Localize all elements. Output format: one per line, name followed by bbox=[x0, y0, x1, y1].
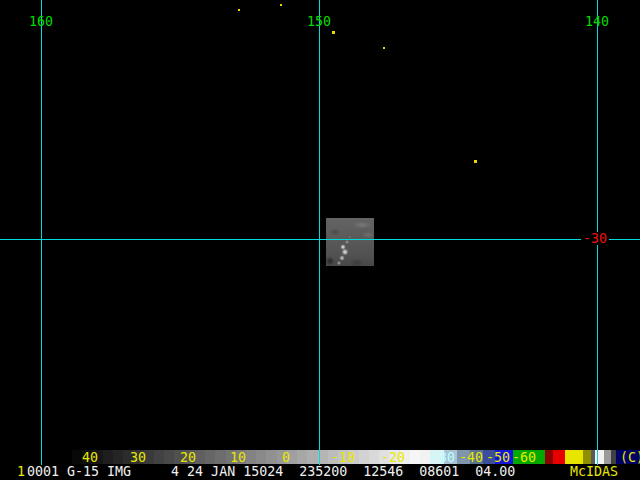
hotspot-pixel bbox=[474, 160, 477, 163]
colorbar-color-segment bbox=[553, 450, 565, 464]
colorbar-temp-label: -50 bbox=[486, 451, 510, 464]
colorbar-color-segment bbox=[420, 450, 430, 464]
hotspot-pixel bbox=[383, 47, 385, 49]
colorbar-color-segment bbox=[604, 450, 611, 464]
colorbar-temp-label: -60 bbox=[512, 451, 536, 464]
colorbar-temp-label: 40 bbox=[82, 451, 98, 464]
colorbar-temp-label: 10 bbox=[230, 451, 246, 464]
colorbar-gray-step bbox=[164, 450, 175, 464]
colorbar-gray-step bbox=[195, 450, 206, 464]
colorbar-gray-step bbox=[215, 450, 226, 464]
colorbar-gray-step bbox=[359, 450, 370, 464]
colorbar-temp-label: -20 bbox=[381, 451, 405, 464]
hotspot-pixel bbox=[238, 9, 240, 11]
longitude-gridline bbox=[41, 0, 42, 465]
hotspot-pixel bbox=[332, 31, 335, 34]
frame-number: 1 bbox=[17, 465, 25, 478]
copyright-label: (C) bbox=[620, 451, 640, 464]
colorbar-gray-step bbox=[154, 450, 165, 464]
satellite-image-display[interactable] bbox=[0, 0, 640, 450]
colorbar-gray-step bbox=[266, 450, 277, 464]
mcidas-screen: 403020100-10-20-30-40-50-60(C) 1 0001 G-… bbox=[0, 0, 640, 480]
colorbar-temp-label: 20 bbox=[180, 451, 196, 464]
colorbar-color-segment bbox=[565, 450, 583, 464]
temperature-colorbar: 403020100-10-20-30-40-50-60(C) bbox=[0, 450, 640, 464]
colorbar-gray-step bbox=[113, 450, 124, 464]
longitude-gridline bbox=[319, 0, 320, 465]
colorbar-gray-step bbox=[297, 450, 308, 464]
colorbar-gray-step bbox=[256, 450, 267, 464]
colorbar-gray-step bbox=[369, 450, 380, 464]
colorbar-gray-step bbox=[205, 450, 216, 464]
colorbar-temp-label: 0 bbox=[282, 451, 290, 464]
colorbar-temp-label: -40 bbox=[459, 451, 483, 464]
colorbar-temp-label: 30 bbox=[130, 451, 146, 464]
satellite-cloud-patch bbox=[326, 218, 374, 266]
latitude-label: -30 bbox=[581, 232, 609, 245]
colorbar-temp-label: -10 bbox=[331, 451, 355, 464]
colorbar-color-segment bbox=[545, 450, 553, 464]
colorbar-color-segment bbox=[583, 450, 591, 464]
latitude-gridline bbox=[0, 239, 640, 240]
longitude-label: 150 bbox=[307, 15, 331, 28]
colorbar-gray-step bbox=[103, 450, 114, 464]
longitude-label: 140 bbox=[585, 15, 609, 28]
colorbar-temp-label: -30 bbox=[431, 451, 455, 464]
longitude-label: 160 bbox=[29, 15, 53, 28]
status-bar: 1 0001 G-15 IMG 4 24 JAN 15024 235200 12… bbox=[0, 465, 640, 478]
hotspot-pixel bbox=[280, 4, 282, 6]
mcidas-brand: McIDAS bbox=[570, 465, 618, 478]
colorbar-gray-step bbox=[410, 450, 421, 464]
colorbar-gray-step bbox=[246, 450, 257, 464]
image-info-text: 0001 G-15 IMG 4 24 JAN 15024 235200 1254… bbox=[27, 465, 515, 478]
colorbar-gray-step bbox=[307, 450, 318, 464]
